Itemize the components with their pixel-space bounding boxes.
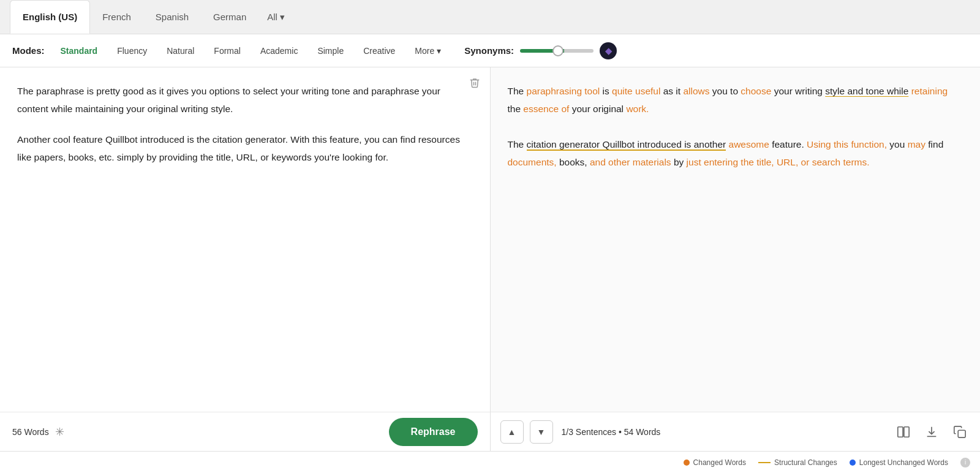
delete-button[interactable] bbox=[469, 77, 480, 91]
right-footer: ▲ ▼ 1/3 Sentences • 54 Words bbox=[491, 412, 981, 451]
svg-rect-2 bbox=[958, 430, 965, 437]
structural-changes-line bbox=[758, 462, 771, 463]
output-text-area: The paraphrasing tool is quite useful as… bbox=[491, 67, 981, 412]
legend-info-icon[interactable]: i bbox=[960, 458, 970, 467]
main-content: The paraphrase is pretty good as it give… bbox=[0, 67, 980, 451]
svg-rect-0 bbox=[898, 426, 903, 437]
left-footer: 56 Words ✳ Rephrase bbox=[0, 412, 490, 451]
changed-word: retaining bbox=[911, 86, 948, 96]
mode-more[interactable]: More ▾ bbox=[406, 41, 450, 61]
mode-natural[interactable]: Natural bbox=[158, 41, 203, 61]
synonyms-control: Synonyms: ◆ bbox=[464, 42, 617, 59]
left-panel: The paraphrase is pretty good as it give… bbox=[0, 67, 491, 451]
changed-word: essence of bbox=[523, 104, 569, 114]
right-actions bbox=[893, 422, 970, 442]
svg-rect-1 bbox=[904, 426, 909, 437]
changed-word: quite useful bbox=[612, 86, 660, 96]
changed-word: documents, bbox=[508, 157, 557, 167]
lang-tab-german[interactable]: German bbox=[201, 0, 258, 34]
word-count-value: 56 Words bbox=[12, 427, 49, 437]
input-paragraph-1: The paraphrase is pretty good as it give… bbox=[17, 82, 473, 118]
download-icon[interactable] bbox=[921, 422, 942, 442]
legend-changed-words: Changed Words bbox=[684, 458, 747, 467]
changed-word: awesome bbox=[729, 139, 769, 149]
changed-word: and other materials bbox=[590, 157, 671, 167]
copy-icon[interactable] bbox=[949, 422, 970, 442]
longest-unchanged-dot bbox=[850, 460, 856, 466]
input-paragraph-2: Another cool feature Quillbot introduced… bbox=[17, 131, 473, 167]
mode-fluency[interactable]: Fluency bbox=[108, 41, 156, 61]
lang-tab-spanish[interactable]: Spanish bbox=[143, 0, 201, 34]
lang-tab-english[interactable]: English (US) bbox=[10, 0, 90, 34]
lang-tab-all[interactable]: All ▾ bbox=[258, 6, 293, 29]
changed-word: work. bbox=[626, 104, 649, 114]
rephrase-button[interactable]: Rephrase bbox=[389, 418, 478, 446]
modes-bar: Modes: Standard Fluency Natural Formal A… bbox=[0, 34, 980, 67]
changed-word: allows bbox=[683, 86, 709, 96]
mode-formal[interactable]: Formal bbox=[205, 41, 249, 61]
changed-word: just entering the title, URL, or search … bbox=[687, 157, 870, 167]
changed-word: may bbox=[908, 139, 925, 149]
mode-standard[interactable]: Standard bbox=[52, 41, 107, 61]
chevron-up-icon: ▲ bbox=[508, 427, 516, 437]
synonyms-slider[interactable] bbox=[520, 49, 594, 53]
premium-diamond-icon: ◆ bbox=[600, 42, 617, 59]
freeze-icon[interactable]: ✳ bbox=[55, 425, 64, 439]
right-panel: The paraphrasing tool is quite useful as… bbox=[491, 67, 981, 451]
output-paragraph-2: The citation generator Quillbot introduc… bbox=[508, 135, 963, 172]
legend-structural-changes: Structural Changes bbox=[758, 458, 837, 467]
chevron-down-icon-nav: ▼ bbox=[537, 427, 546, 437]
chevron-down-icon: ▾ bbox=[280, 12, 285, 23]
mode-simple[interactable]: Simple bbox=[309, 41, 352, 61]
next-sentence-button[interactable]: ▼ bbox=[530, 420, 553, 444]
synonyms-label: Synonyms: bbox=[464, 45, 514, 56]
changed-word: paraphrasing tool bbox=[527, 86, 600, 96]
sentence-info: 1/3 Sentences • 54 Words bbox=[562, 427, 888, 437]
modes-label: Modes: bbox=[12, 45, 45, 56]
longest-unchanged-label: Longest Unchanged Words bbox=[859, 458, 948, 467]
legend-bar: Changed Words Structural Changes Longest… bbox=[0, 451, 980, 473]
changed-word: Using this function, bbox=[807, 139, 887, 149]
changed-words-dot bbox=[684, 460, 690, 466]
prev-sentence-button[interactable]: ▲ bbox=[500, 420, 524, 444]
slider-thumb bbox=[552, 45, 564, 56]
output-paragraph-1: The paraphrasing tool is quite useful as… bbox=[508, 82, 963, 118]
mode-academic[interactable]: Academic bbox=[252, 41, 306, 61]
changed-word: choose bbox=[741, 86, 771, 96]
chevron-down-icon-more: ▾ bbox=[437, 46, 441, 56]
lang-tab-french[interactable]: French bbox=[90, 0, 143, 34]
changed-words-label: Changed Words bbox=[693, 458, 747, 467]
compare-icon[interactable] bbox=[893, 422, 914, 442]
language-tabs-bar: English (US) French Spanish German All ▾ bbox=[0, 0, 980, 34]
mode-creative[interactable]: Creative bbox=[355, 41, 404, 61]
word-count: 56 Words ✳ bbox=[12, 425, 64, 439]
structural-changes-label: Structural Changes bbox=[774, 458, 837, 467]
legend-longest-unchanged: Longest Unchanged Words bbox=[850, 458, 948, 467]
input-text-area[interactable]: The paraphrase is pretty good as it give… bbox=[0, 67, 490, 412]
